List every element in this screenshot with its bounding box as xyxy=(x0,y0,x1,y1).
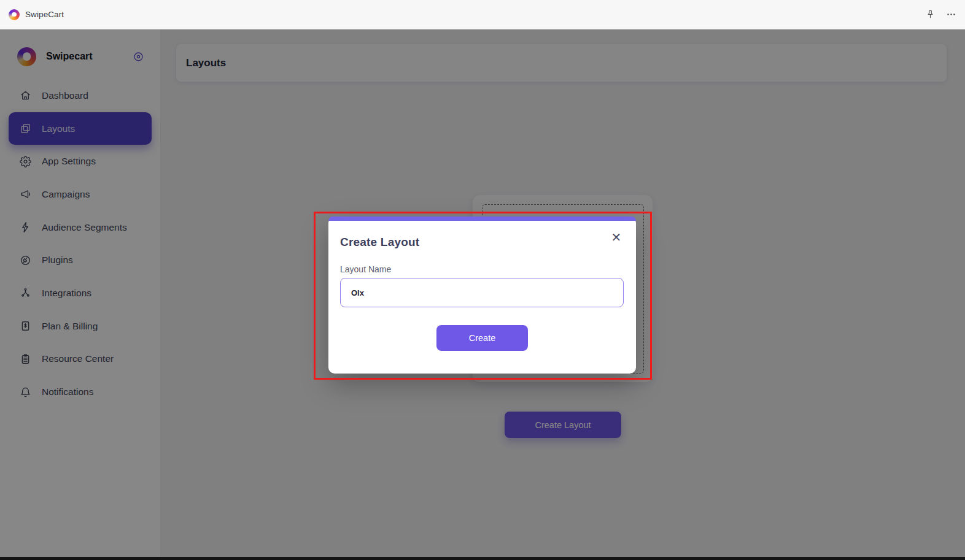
modal-create-button[interactable]: Create xyxy=(436,325,528,351)
create-layout-modal: Create Layout ✕ Layout Name Create xyxy=(328,217,636,374)
more-menu-icon[interactable] xyxy=(945,9,956,20)
window-topbar: SwipeCart xyxy=(0,0,965,29)
swipecart-logo-icon xyxy=(9,9,20,20)
modal-title: Create Layout xyxy=(340,236,419,249)
topbar-actions xyxy=(924,9,956,20)
modal-accent-strip xyxy=(328,217,636,221)
pin-icon[interactable] xyxy=(924,9,936,20)
bottom-edge-strip xyxy=(0,557,965,560)
close-icon[interactable]: ✕ xyxy=(609,230,624,245)
layout-name-label: Layout Name xyxy=(340,264,391,274)
app-screen: SwipeCart Swipecart DashboardLayoutsApp … xyxy=(0,0,965,560)
window-title: SwipeCart xyxy=(25,10,64,19)
layout-name-input[interactable] xyxy=(340,278,624,307)
